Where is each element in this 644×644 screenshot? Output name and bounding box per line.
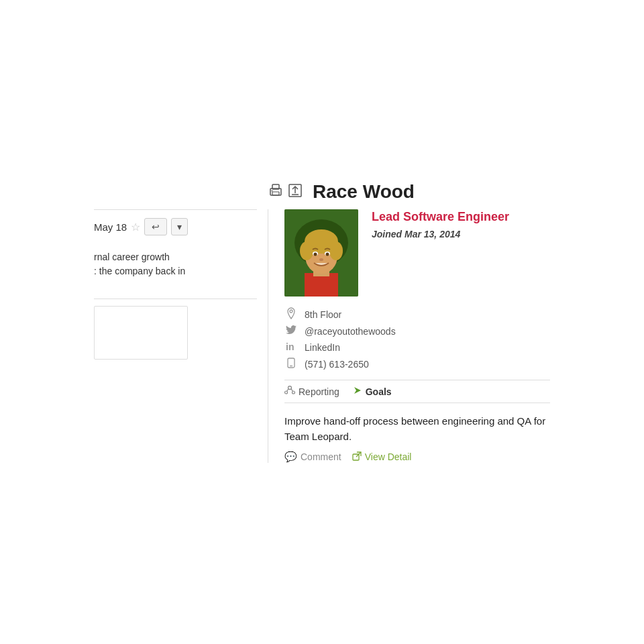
join-date: Joined Mar 13, 2014 <box>372 229 550 239</box>
chevron-down-icon: ▾ <box>177 221 182 232</box>
goals-label: Goals <box>366 386 392 397</box>
svg-point-3 <box>272 190 273 191</box>
svg-point-13 <box>300 241 313 260</box>
right-panel: Lead Software Engineer Joined Mar 13, 20… <box>268 209 550 463</box>
location-text: 8th Floor <box>305 309 341 320</box>
svg-text:in: in <box>286 341 294 352</box>
reporting-label: Reporting <box>299 386 339 397</box>
action-row: Reporting Goals <box>284 380 550 403</box>
contact-linkedin[interactable]: in LinkedIn <box>284 341 550 354</box>
profile-card: Race Wood May 18 ☆ ↩ ▾ rnal career growt… <box>94 181 550 463</box>
comment-icon: 💬 <box>284 451 297 463</box>
reporting-icon <box>284 386 295 397</box>
reply-button[interactable]: ↩ <box>144 218 167 235</box>
svg-point-14 <box>329 241 343 260</box>
linkedin-text: LinkedIn <box>305 342 340 353</box>
twitter-handle: @raceyoutothewoods <box>305 326 396 337</box>
left-content-box <box>94 306 188 360</box>
goals-icon <box>353 386 362 397</box>
view-detail-label: View Detail <box>365 451 412 462</box>
dropdown-button[interactable]: ▾ <box>171 218 188 235</box>
svg-point-18 <box>326 253 329 256</box>
print-icon[interactable] <box>268 184 283 201</box>
svg-point-17 <box>314 253 317 256</box>
preview-line-1: rnal career growth <box>94 250 257 264</box>
contact-twitter: @raceyoutothewoods <box>284 325 550 337</box>
job-title: Lead Software Engineer <box>372 209 550 225</box>
linkedin-icon: in <box>284 341 298 354</box>
comment-label: Comment <box>301 451 341 462</box>
export-icon[interactable] <box>288 184 302 201</box>
phone-number: (571) 613-2650 <box>305 359 369 370</box>
svg-rect-9 <box>305 273 338 297</box>
header-toolbar: Race Wood <box>94 181 550 203</box>
contact-phone: (571) 613-2650 <box>284 358 550 370</box>
external-link-icon <box>352 451 362 463</box>
date-row: May 18 ☆ ↩ ▾ <box>94 209 257 244</box>
svg-point-20 <box>290 310 292 313</box>
contact-list: 8th Floor @raceyoutothewoods <box>284 307 550 370</box>
avatar <box>284 209 358 297</box>
person-name: Race Wood <box>313 181 415 203</box>
reply-icon: ↩ <box>152 221 160 232</box>
page-container: Race Wood May 18 ☆ ↩ ▾ rnal career growt… <box>0 0 644 644</box>
goal-text: Improve hand-off process between enginee… <box>284 414 550 444</box>
svg-line-28 <box>291 389 293 392</box>
left-divider <box>94 299 257 299</box>
left-bottom <box>94 292 257 360</box>
email-preview: rnal career growth : the company back in <box>94 250 257 278</box>
profile-top: Lead Software Engineer Joined Mar 13, 20… <box>284 209 550 297</box>
twitter-icon <box>284 325 298 337</box>
view-detail-link[interactable]: View Detail <box>352 451 412 463</box>
svg-point-19 <box>319 258 323 261</box>
location-icon <box>284 307 298 321</box>
contact-location: 8th Floor <box>284 307 550 321</box>
main-content: May 18 ☆ ↩ ▾ rnal career growth : the co… <box>94 209 550 463</box>
svg-marker-29 <box>354 387 361 394</box>
email-date: May 18 <box>94 221 127 233</box>
profile-info: Lead Software Engineer Joined Mar 13, 20… <box>372 209 550 297</box>
preview-line-2: : the company back in <box>94 264 257 278</box>
goal-actions: 💬 Comment View Detail <box>284 451 550 463</box>
phone-icon <box>284 358 298 370</box>
reporting-link[interactable]: Reporting <box>284 386 339 397</box>
star-icon[interactable]: ☆ <box>131 221 140 233</box>
goals-link[interactable]: Goals <box>353 386 392 397</box>
comment-link[interactable]: 💬 Comment <box>284 451 341 463</box>
left-panel: May 18 ☆ ↩ ▾ rnal career growth : the co… <box>94 209 268 463</box>
svg-line-27 <box>287 389 289 392</box>
